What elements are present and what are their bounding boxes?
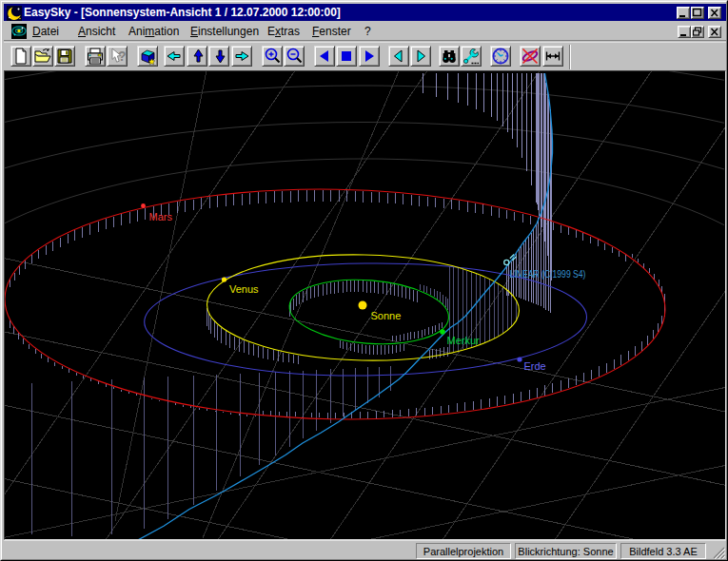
svg-text:Venus: Venus xyxy=(229,283,259,295)
svg-text:Merkur: Merkur xyxy=(447,335,481,346)
svg-text:?: ? xyxy=(118,48,127,64)
svg-text:Sonne: Sonne xyxy=(371,310,402,321)
svg-text:LINEAR (C/1999 S4): LINEAR (C/1999 S4) xyxy=(510,268,586,280)
svg-text:Mars: Mars xyxy=(149,211,173,222)
svg-text:Erde: Erde xyxy=(524,360,546,372)
